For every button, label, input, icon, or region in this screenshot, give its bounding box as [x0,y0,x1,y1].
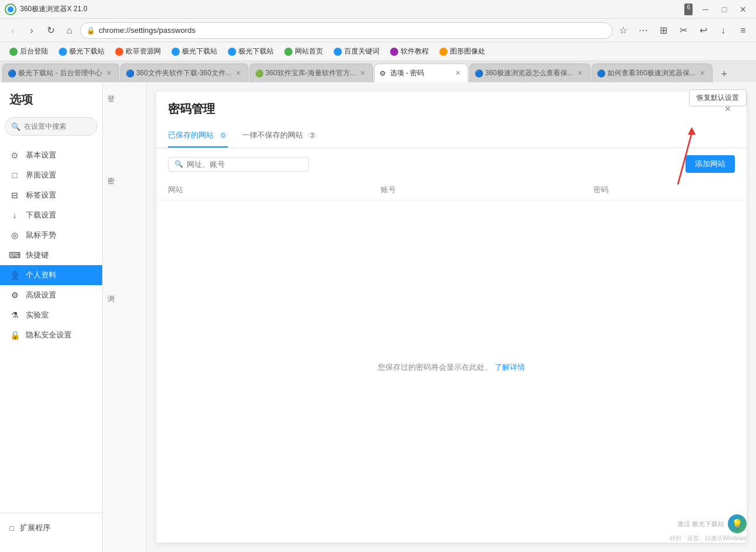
close-button[interactable]: ✕ [735,4,751,15]
sidebar-item-interface[interactable]: □ 界面设置 [0,165,102,185]
settings-search-input[interactable] [24,122,112,131]
never-count-badge: 3 [307,132,317,139]
tab-3[interactable]: 🟢 360软件宝库-海量软件官方... ✕ [250,63,373,82]
sidebar-item-label: 基本设置 [26,150,56,160]
tab-never-label: 一律不保存的网站 [242,131,303,139]
tab-title: 360极速浏览器怎么查看保... [485,68,573,78]
tab-never-save[interactable]: 一律不保存的网站 3 [242,124,317,148]
sidebar-item-gesture[interactable]: ◎ 鼠标手势 [0,225,102,245]
forward-button[interactable]: › [23,22,40,39]
star-button[interactable]: ☆ [615,22,631,39]
sidebar-item-lab[interactable]: ⚗ 实验室 [0,305,102,325]
refresh-button[interactable]: ↻ [42,22,59,39]
bookmark-item[interactable]: 百度关键词 [329,45,384,58]
bookmark-item[interactable]: 极光下载站 [167,45,222,58]
tab-icon: 🔵 [597,69,605,78]
sidebar-item-download[interactable]: ↓ 下载设置 [0,205,102,225]
sidebar-item-label: 鼠标手势 [26,230,56,240]
sidebar-item-basic[interactable]: ⊙ 基本设置 [0,145,102,165]
address-bar[interactable]: 🔒 chrome://settings/passwords [80,22,613,39]
tab-icon: 🟢 [255,69,263,78]
bookmark-icon [172,48,180,56]
settings-sidebar: 选项 🔍 ⊙ 基本设置 □ 界面设置 ⊟ 标签设置 ↓ 下载设置 ◎ 鼠标手势 … [0,82,103,552]
tab-icon: 🔵 [8,69,16,78]
browser-content: 选项 🔍 ⊙ 基本设置 □ 界面设置 ⊟ 标签设置 ↓ 下载设置 ◎ 鼠标手势 … [0,82,756,552]
download-icon: ↓ [9,210,20,220]
tab-title: 选项 - 密码 [390,68,451,78]
home-button[interactable]: ⌂ [61,22,78,39]
learn-more-link[interactable]: 了解详情 [495,363,525,372]
sidebar-item-label: 实验室 [26,310,49,320]
col-header-account: 账号 [381,185,593,195]
tab-saved-sites[interactable]: 已保存的网站 0 [168,124,228,148]
tab-saved-label: 已保存的网站 [168,131,214,139]
bookmark-label: 极光下载站 [238,46,274,56]
back-button[interactable]: ‹ [5,22,21,39]
settings-icon: ⊙ [9,150,20,160]
sidebar-item-label: 快捷键 [26,250,49,260]
tab-1[interactable]: 🔵 极光下载站 - 后台管理中心 ✕ [2,63,119,82]
bookmark-item[interactable]: 极光下载站 [54,45,109,58]
nav-bar: ‹ › ↻ ⌂ 🔒 chrome://settings/passwords ☆ … [0,19,756,42]
tab-close-button[interactable]: ✕ [698,69,707,78]
grid-button[interactable]: ⊞ [655,22,671,39]
bookmark-icon [115,48,123,56]
bookmarks-bar: 后台登陆 极光下载站 欧菲资源网 极光下载站 极光下载站 网站首页 百度关键词 … [0,42,756,61]
search-icon: 🔍 [174,160,183,168]
restore-button[interactable]: □ [716,4,733,15]
tab-close-button[interactable]: ✕ [234,69,243,78]
bookmark-item[interactable]: 后台登陆 [5,45,53,58]
middle-label-2: 密 [107,176,115,186]
bookmark-item[interactable]: 极光下载站 [223,45,278,58]
title-bar: 360极速浏览器X 21.0 6 ─ □ ✕ [0,0,756,19]
bookmark-item[interactable]: 软件教程 [385,45,434,58]
tab-close-button[interactable]: ✕ [358,69,368,78]
reset-button-container: 恢复默认设置 [689,89,747,106]
password-search-input[interactable] [187,160,303,169]
sidebar-item-advanced[interactable]: ⚙ 高级设置 [0,285,102,305]
tab-6[interactable]: 🔵 如何查看360极速浏览器保... ✕ [592,63,713,82]
dialog-header: 密码管理 × [156,92,747,124]
bookmark-item[interactable]: 图形图像处 [435,45,490,58]
password-search-box[interactable]: 🔍 [168,157,309,172]
reset-defaults-button[interactable]: 恢复默认设置 [689,89,747,106]
sidebar-item-shortcut[interactable]: ⌨ 快捷键 [0,245,102,265]
bookmark-icon [59,48,67,56]
sidebar-item-label: 界面设置 [26,170,56,180]
privacy-icon: 🔒 [9,330,20,340]
tab-close-button[interactable]: ✕ [105,69,114,78]
undo-button[interactable]: ↩ [695,22,711,39]
sidebar-item-extensions[interactable]: □ 扩展程序 [9,518,93,538]
password-manager-dialog: 密码管理 × 已保存的网站 0 一律不保存的网站 3 🔍 [156,92,747,543]
tab-count-badge: 6 [684,4,693,15]
sidebar-item-privacy[interactable]: 🔒 隐私安全设置 [0,325,102,345]
bookmark-icon [284,48,293,56]
bookmark-icon [334,48,342,56]
sidebar-item-tabs[interactable]: ⊟ 标签设置 [0,185,102,205]
tab-2[interactable]: 🔵 360文件夹软件下载-360文件... ✕ [120,63,248,82]
lab-icon: ⚗ [9,310,20,320]
empty-text: 您保存过的密码将会显示在此处。 [378,363,492,372]
settings-search-box[interactable]: 🔍 [5,117,98,136]
tab-4-active[interactable]: ⚙ 选项 - 密码 ✕ [374,63,468,82]
cut-button[interactable]: ✂ [675,22,691,39]
bookmark-icon [439,48,448,56]
tab-5[interactable]: 🔵 360极速浏览器怎么查看保... ✕ [469,63,590,82]
tab-close-button[interactable]: ✕ [453,69,463,78]
sidebar-item-profile[interactable]: 👤 个人资料 [0,265,102,285]
address-url: chrome://settings/passwords [99,26,606,35]
add-website-button[interactable]: 添加网站 [686,155,735,173]
middle-label-1: 登 [107,94,115,104]
bookmark-item[interactable]: 欧菲资源网 [110,45,166,58]
bookmark-item[interactable]: 网站首页 [280,45,328,58]
lock-icon: 🔒 [86,26,95,35]
bookmark-label: 后台登陆 [20,46,48,56]
extensions-button[interactable]: ⋯ [635,22,651,39]
new-tab-button[interactable]: + [716,66,733,82]
sidebar-item-label: 隐私安全设置 [26,330,72,340]
tab-close-button[interactable]: ✕ [576,69,585,78]
minimize-button[interactable]: ─ [697,4,714,15]
tab-icon: 🔵 [126,69,134,78]
download-button[interactable]: ↓ [715,22,731,39]
more-menu-button[interactable]: ≡ [735,22,751,39]
